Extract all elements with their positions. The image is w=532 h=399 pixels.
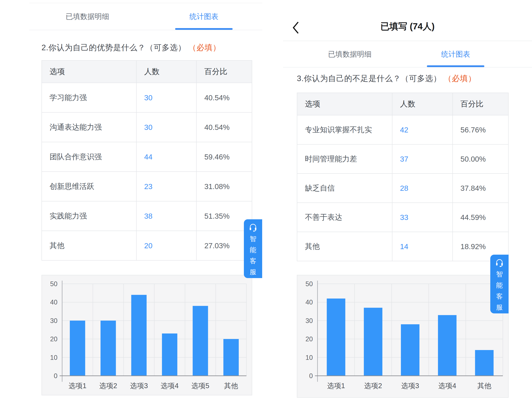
table-row: 专业知识掌握不扎实4256.76% <box>297 115 508 144</box>
bar-chart: 01020304050选项1选项2选项3选项4选项5其他 <box>42 275 252 395</box>
svg-text:10: 10 <box>306 354 313 361</box>
count-cell: 33 <box>392 203 453 232</box>
required-badge: （必填） <box>444 74 476 83</box>
tab-label: 已填数据明细 <box>328 49 372 59</box>
option-cell: 缺乏自信 <box>297 174 392 203</box>
active-tab-underline <box>175 28 233 30</box>
svg-text:其他: 其他 <box>477 382 491 390</box>
bar-chart: 01020304050选项1选项2选项3选项4其他 <box>297 275 509 398</box>
svg-text:选项4: 选项4 <box>161 382 178 390</box>
percent-cell: 40.54% <box>196 112 252 142</box>
svg-text:选项2: 选项2 <box>364 382 382 390</box>
percent-cell: 44.59% <box>453 203 508 232</box>
option-cell: 实践能力强 <box>42 201 136 231</box>
percent-cell: 56.76% <box>453 115 508 144</box>
option-cell: 学习能力强 <box>42 83 136 112</box>
svg-text:选项5: 选项5 <box>191 382 209 390</box>
question-title: 3.你认为自己的不足是什么？（可多选） （必填） <box>297 73 476 84</box>
tab-label: 统计图表 <box>189 12 218 21</box>
count-cell: 14 <box>392 232 453 261</box>
service-button-label: 智能客服 <box>250 233 256 278</box>
question-title: 2.你认为自己的优势是什么？（可多选） （必填） <box>42 42 221 53</box>
column-header: 百分比 <box>453 93 508 115</box>
stats-table: 选项人数百分比学习能力强3040.54%沟通表达能力强3040.54%团队合作意… <box>42 60 252 261</box>
percent-cell: 50.00% <box>453 144 508 174</box>
percent-cell: 27.03% <box>196 231 252 260</box>
tab-bar: 已填数据明细 统计图表 <box>29 3 262 30</box>
option-cell: 团队合作意识强 <box>42 142 136 172</box>
table-row: 其他1418.92% <box>297 232 508 261</box>
svg-text:选项4: 选项4 <box>438 382 456 390</box>
count-cell: 20 <box>136 231 197 260</box>
column-header: 选项 <box>297 93 392 115</box>
right-survey-panel: 已填写 (74人) 已填数据明细 统计图表 3.你认为自己的不足是什么？（可多选… <box>283 0 532 399</box>
count-cell: 30 <box>136 112 197 142</box>
option-cell: 沟通表达能力强 <box>42 112 136 142</box>
svg-text:选项1: 选项1 <box>69 382 86 390</box>
table-row: 缺乏自信2837.84% <box>297 174 508 203</box>
svg-text:0: 0 <box>309 372 313 380</box>
tab-filled-data[interactable]: 已填数据明细 <box>297 42 403 67</box>
headset-icon <box>495 258 504 267</box>
table-row: 创新思维活跃2331.08% <box>42 172 252 201</box>
count-cell: 28 <box>392 174 453 203</box>
option-cell: 时间管理能力差 <box>297 144 392 174</box>
svg-text:20: 20 <box>50 335 57 343</box>
page-title: 已填写 (74人) <box>283 20 532 32</box>
smart-service-button[interactable]: 智能客服 <box>244 219 262 278</box>
column-header: 人数 <box>136 60 197 83</box>
option-cell: 其他 <box>297 232 392 261</box>
table-row: 时间管理能力差3750.00% <box>297 144 508 174</box>
count-cell: 23 <box>136 172 197 201</box>
svg-text:20: 20 <box>306 335 313 343</box>
svg-text:0: 0 <box>54 372 57 380</box>
table-row: 不善于表达3344.59% <box>297 203 508 232</box>
table-header-row: 选项人数百分比 <box>42 60 252 83</box>
svg-text:30: 30 <box>306 317 313 324</box>
app-header: 已填写 (74人) <box>283 0 532 41</box>
tab-label: 已填数据明细 <box>66 12 109 21</box>
percent-cell: 37.84% <box>453 174 508 203</box>
table-row: 学习能力强3040.54% <box>42 83 252 112</box>
headset-icon <box>248 223 258 232</box>
count-cell: 44 <box>136 142 197 172</box>
count-cell: 30 <box>136 83 197 112</box>
tab-filled-data[interactable]: 已填数据明细 <box>29 3 146 30</box>
percent-cell: 51.35% <box>196 201 252 231</box>
svg-text:50: 50 <box>306 280 313 288</box>
table-row: 团队合作意识强4459.46% <box>42 142 252 172</box>
tab-bar: 已填数据明细 统计图表 <box>297 42 509 67</box>
left-survey-panel: 已填数据明细 统计图表 2.你认为自己的优势是什么？（可多选） （必填） 选项人… <box>0 0 262 399</box>
required-badge: （必填） <box>188 43 221 52</box>
svg-text:30: 30 <box>50 317 57 324</box>
column-header: 选项 <box>42 60 136 83</box>
tab-label: 统计图表 <box>441 49 470 59</box>
svg-text:50: 50 <box>50 280 57 288</box>
divider <box>283 67 532 67</box>
stats-table: 选项人数百分比专业知识掌握不扎实4256.76%时间管理能力差3750.00%缺… <box>297 93 509 261</box>
percent-cell: 31.08% <box>196 172 252 201</box>
tab-statistics[interactable]: 统计图表 <box>403 42 509 67</box>
option-cell: 不善于表达 <box>297 203 392 232</box>
percent-cell: 59.46% <box>196 142 252 172</box>
smart-service-button[interactable]: 智能客服 <box>490 255 509 313</box>
svg-text:10: 10 <box>50 354 57 361</box>
table-row: 沟通表达能力强3040.54% <box>42 112 252 142</box>
svg-text:选项3: 选项3 <box>401 382 419 390</box>
svg-text:其他: 其他 <box>224 382 238 390</box>
column-header: 人数 <box>392 93 453 115</box>
tab-statistics[interactable]: 统计图表 <box>146 3 262 30</box>
active-tab-underline <box>427 65 484 67</box>
service-button-label: 智能客服 <box>496 269 503 313</box>
question-text: 2.你认为自己的优势是什么？（可多选） <box>42 43 186 52</box>
column-header: 百分比 <box>196 60 252 83</box>
count-cell: 42 <box>392 115 453 144</box>
option-cell: 其他 <box>42 231 136 260</box>
svg-text:选项2: 选项2 <box>99 382 117 390</box>
percent-cell: 40.54% <box>196 83 252 112</box>
question-text: 3.你认为自己的不足是什么？（可多选） <box>297 74 441 83</box>
option-cell: 专业知识掌握不扎实 <box>297 115 392 144</box>
svg-text:选项1: 选项1 <box>327 382 345 390</box>
option-cell: 创新思维活跃 <box>42 172 136 201</box>
svg-text:40: 40 <box>50 298 57 306</box>
